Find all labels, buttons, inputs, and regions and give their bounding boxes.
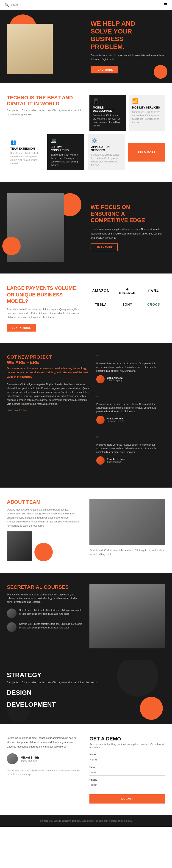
brand-evga: EVƎA (142, 286, 165, 296)
demo-left: Lorem ipsum dolor sit amet, consectetur … (7, 736, 82, 804)
service-software-consulting[interactable]: 💻 Software Consulting Sample text. Click… (47, 134, 84, 170)
search-icon: 🔍 (5, 3, 9, 7)
hero-title: WE HELP AND SOLVE YOUR BUSINESS PROBLEM. (91, 20, 165, 51)
focus-orange-blob-bottom (2, 237, 21, 255)
author-avatar-1 (96, 375, 105, 383)
form-email-label: Email (90, 766, 165, 768)
navbar: 🔍 ☰ (0, 0, 172, 10)
focus-title: WE FOCUS ON ENSURING A COMPETITIVE EDGE (91, 204, 165, 224)
brand-logos-grid: amazon ◆ BINANCE EVƎA TESLA SONY crocs (90, 285, 165, 309)
service-mobility[interactable]: 📶 Mobility Services Sample text. Click t… (129, 95, 165, 131)
demo-author-role: Sales Manager (21, 759, 39, 762)
service-software-desc: Sample text. Click to select the text bo… (51, 153, 81, 167)
brand-binance: ◆ BINANCE (116, 285, 139, 297)
hamburger-icon[interactable]: ☰ (164, 2, 167, 7)
form-email-input[interactable] (90, 769, 165, 776)
project-section: GOT NEW PROJECT WE ARE HERE Our customer… (0, 343, 172, 488)
strategy-item-2[interactable]: DESIGN (7, 689, 165, 696)
secretarial-building-image (90, 584, 165, 648)
secretarial-right (90, 584, 165, 648)
form-name-label: Name (90, 753, 165, 756)
testimonial-3-author: Phoebe Nelson Sales Manager (96, 456, 165, 465)
demo-section: Lorem ipsum dolor sit amet, consectetur … (0, 724, 172, 815)
focus-description: Ut tellus elementum sagittis vitae et le… (91, 227, 165, 240)
author-info-3: Phoebe Nelson Sales Manager (107, 458, 125, 463)
about-section: ABOUT TEAM Quickly incentivize impactful… (0, 488, 172, 573)
hero-description: Duis aute irure dolor in reprehenderit i… (91, 54, 165, 61)
quote-icon-3: " (96, 436, 165, 441)
form-phone-input[interactable] (90, 782, 165, 788)
demo-author-info: Mikkel Smith Sales Manager (21, 756, 39, 762)
project-body: Sample text. Click to Egestas egestas fr… (7, 382, 90, 406)
project-inner: GOT NEW PROJECT WE ARE HERE Our customer… (7, 354, 165, 476)
form-name-group: Name (90, 753, 165, 763)
nav-search-area[interactable]: 🔍 (5, 3, 45, 7)
project-image-credit: Image from freepik (7, 408, 90, 412)
author-role-2: Financial Director (107, 420, 125, 423)
about-title: ABOUT TEAM (7, 499, 82, 505)
about-inner: ABOUT TEAM Quickly incentivize impactful… (7, 499, 165, 561)
brand-sony: SONY (116, 300, 139, 309)
service-team-extension[interactable]: 👥 Team Extension Sample text. Click to s… (7, 136, 44, 168)
person-text-2: Sample text. Click to select the text bo… (19, 622, 82, 630)
demo-extra-text: Quis viverra nibh cras pulvinar mattis. … (7, 769, 82, 776)
focus-cta-button[interactable]: LEARN MORE (91, 243, 118, 251)
strategy-item-1[interactable]: STRATEGY Sample text. Click to select th… (7, 671, 165, 685)
form-email-group: Email (90, 766, 165, 776)
hero-image (7, 24, 53, 74)
testimonial-1: " Proin sed libero enim sed faucibus tur… (96, 354, 165, 390)
demo-right: GET A DEMO Send us a note by filling out… (90, 736, 165, 804)
author-role-1: CEO Company (107, 379, 123, 382)
strategy-desc-1: Sample text. Click to select the text bo… (7, 681, 165, 685)
app-icon: ⚙️ (91, 138, 121, 144)
testimonial-2: " Proin sed libero enim sed faucibus tur… (96, 395, 165, 430)
demo-left-text: Lorem ipsum dolor sit amet, consectetur … (7, 736, 82, 749)
strategy-section: STRATEGY Sample text. Click to select th… (0, 660, 172, 724)
brand-crocs: crocs (142, 300, 165, 309)
read-more-button[interactable]: READ MORE (128, 143, 165, 161)
focus-section: WE FOCUS ON ENSURING A COMPETITIVE EDGE … (0, 182, 172, 274)
service-software-title: Software Consulting (51, 146, 81, 152)
about-team-image (90, 499, 165, 545)
service-app-title: Application Services (91, 146, 121, 152)
quote-icon-1: " (96, 354, 165, 360)
author-avatar-3 (96, 456, 105, 465)
author-info-1: Calla Almeda CEO Company (107, 376, 123, 382)
strategy-label-2: DESIGN (7, 689, 165, 696)
service-app-desc: Sample text. Click to select the text bo… (91, 153, 121, 167)
service-application[interactable]: ⚙️ Application Services Sample text. Cli… (88, 134, 125, 170)
secretarial-description: There are only some symptoms such as diz… (7, 593, 82, 604)
service-mobile-dev-title: Mobile Development (93, 106, 123, 113)
about-images (7, 531, 82, 561)
person-item-1: Sample text. Click to select the text bo… (7, 609, 82, 618)
brand-tesla: TESLA (90, 300, 112, 309)
author-name-1: Calla Almeda (107, 376, 123, 379)
focus-right: WE FOCUS ON ENSURING A COMPETITIVE EDGE … (88, 204, 165, 251)
demo-author: Mikkel Smith Sales Manager (7, 753, 82, 764)
secretarial-title: SECRETARIAL COURSES (7, 584, 82, 590)
brands-inner: LARGE PAYMENTS VOLUME OR UNIQUE BUSINESS… (7, 285, 165, 332)
top-services-grid: 📱 Mobile Development Sample text. Click … (90, 95, 165, 131)
techno-description: Sample text. Click to select the text bo… (7, 108, 82, 117)
project-left: GOT NEW PROJECT WE ARE HERE Our customer… (7, 354, 90, 476)
testimonial-3: " Proin sed libero enim sed faucibus tur… (96, 436, 165, 470)
form-submit-button[interactable]: SUBMIT (90, 794, 165, 804)
service-team-title: Team Extension (10, 147, 40, 150)
demo-title: GET A DEMO (90, 736, 165, 742)
hero-left (7, 19, 81, 74)
brands-learn-more-button[interactable]: LEARN MORE (7, 324, 36, 332)
about-left: ABOUT TEAM Quickly incentivize impactful… (7, 499, 82, 561)
brands-left: LARGE PAYMENTS VOLUME OR UNIQUE BUSINESS… (7, 285, 82, 332)
freepik-link[interactable]: freepik (19, 409, 26, 411)
quote-icon-2: " (96, 395, 165, 401)
service-mobile-dev[interactable]: 📱 Mobile Development Sample text. Click … (90, 95, 126, 131)
hero-cta-button[interactable]: READ MORE (91, 66, 118, 73)
person-text-1: Sample text. Click to select the text bo… (19, 609, 82, 616)
strategy-label-1: STRATEGY (7, 671, 165, 679)
secretarial-left: SECRETARIAL COURSES There are only some … (7, 584, 82, 648)
service-mobile-dev-desc: Sample text. Click to select the text bo… (93, 114, 123, 127)
search-input[interactable] (10, 3, 45, 6)
person-avatar-1 (7, 609, 16, 618)
project-subtitle: Our customers choose us because we provi… (7, 366, 90, 379)
form-name-input[interactable] (90, 757, 165, 763)
